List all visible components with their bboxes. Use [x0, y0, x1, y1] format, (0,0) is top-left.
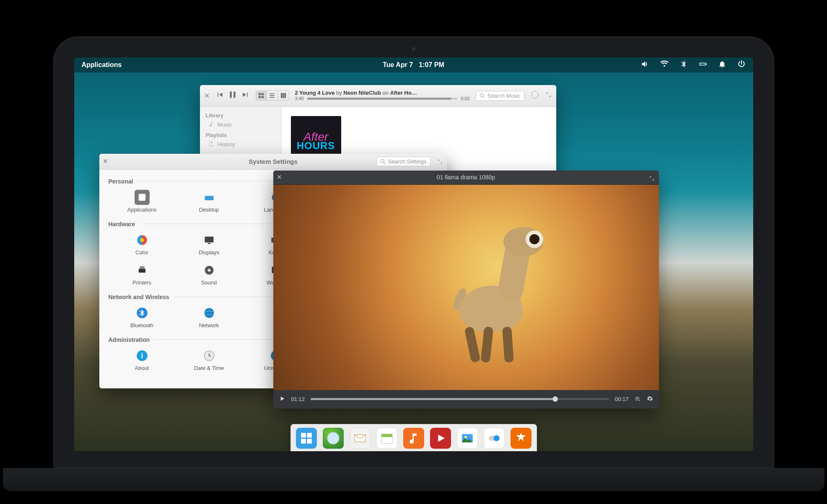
video-remaining: 00:17 — [615, 396, 629, 402]
video-controls: 01:12 00:17 — [273, 390, 659, 408]
column-view-icon[interactable] — [278, 91, 289, 100]
settings-item-color[interactable]: Color — [109, 229, 176, 259]
svg-rect-34 — [307, 433, 311, 437]
grid-view-icon[interactable] — [256, 91, 267, 100]
wifi-icon[interactable] — [660, 60, 669, 70]
svg-rect-20 — [138, 269, 145, 273]
svg-point-26 — [204, 308, 214, 318]
battery-icon[interactable] — [699, 60, 707, 70]
track-album: After Ho… — [390, 90, 417, 96]
notifications-icon[interactable] — [718, 60, 726, 70]
video-player-window: ✕ 01 llama drama 1080p 01:12 00:17 — [273, 171, 659, 408]
svg-rect-36 — [307, 439, 311, 443]
laptop-camera — [412, 47, 416, 51]
svg-rect-9 — [284, 93, 286, 98]
sidebar-item-history[interactable]: History — [200, 139, 281, 150]
svg-rect-8 — [283, 93, 284, 98]
svg-rect-35 — [301, 439, 306, 443]
settings-item-applications[interactable]: Applications — [109, 186, 176, 217]
time-remaining: 0:02 — [461, 96, 469, 101]
svg-point-43 — [493, 435, 499, 441]
dock-app-switchboard[interactable] — [484, 428, 505, 449]
now-playing-display: 2 Young 4 Love by Neon NiteClub on After… — [295, 90, 470, 102]
svg-point-10 — [531, 91, 538, 98]
maximize-icon[interactable] — [649, 176, 655, 181]
settings-item-desktop[interactable]: Desktop — [176, 186, 243, 217]
sidebar-item-music[interactable]: Music — [200, 119, 281, 130]
svg-rect-18 — [207, 243, 210, 244]
close-icon[interactable]: ✕ — [277, 174, 283, 180]
playlist-icon[interactable] — [635, 395, 641, 403]
time-elapsed: 3:45 — [295, 96, 304, 101]
dock-app-appcenter[interactable] — [511, 428, 531, 449]
svg-rect-3 — [262, 96, 264, 98]
svg-rect-13 — [205, 194, 213, 196]
svg-rect-33 — [301, 433, 306, 437]
settings-item-displays[interactable]: Displays — [176, 229, 243, 259]
settings-item-sound[interactable]: Sound — [176, 259, 243, 289]
window-title: 01 llama drama 1080p — [437, 174, 495, 181]
applications-menu[interactable]: Applications — [82, 61, 122, 69]
svg-rect-4 — [270, 93, 275, 94]
dock-app-multitask[interactable] — [296, 428, 317, 449]
dock-app-mail[interactable] — [350, 428, 371, 449]
next-button[interactable] — [241, 90, 250, 101]
close-icon[interactable]: ✕ — [204, 92, 210, 100]
svg-rect-6 — [270, 97, 275, 98]
settings-item-printers[interactable]: Printers — [109, 259, 176, 289]
dock-app-photos[interactable] — [457, 428, 478, 449]
view-mode-toggle[interactable] — [256, 90, 289, 101]
dock — [290, 424, 537, 451]
settings-item-network[interactable]: Network — [176, 302, 243, 332]
dock-app-videos[interactable] — [430, 428, 451, 449]
video-seek-bar[interactable] — [311, 398, 609, 400]
previous-button[interactable] — [215, 90, 224, 101]
top-panel: Applications Tue Apr 7 1:07 PM — [74, 57, 753, 72]
gear-icon[interactable] — [647, 395, 653, 403]
window-title: System Settings — [249, 158, 298, 165]
video-elapsed: 01:12 — [291, 396, 305, 402]
svg-point-23 — [207, 269, 210, 272]
svg-rect-11 — [138, 194, 145, 201]
panel-time[interactable]: 1:07 PM — [419, 61, 444, 69]
play-button[interactable] — [279, 395, 285, 403]
seek-bar[interactable] — [307, 98, 457, 100]
settings-item-bluetooth[interactable]: Bluetooth — [109, 302, 176, 332]
laptop-base — [3, 468, 824, 491]
panel-date[interactable]: Tue Apr 7 — [383, 61, 413, 69]
video-canvas[interactable] — [273, 185, 659, 390]
svg-point-16 — [140, 238, 144, 242]
settings-search-input[interactable]: Search Settings — [376, 157, 430, 166]
video-frame-llama — [443, 223, 547, 365]
svg-rect-17 — [205, 237, 213, 243]
sidebar-header-playlists: Playlists — [200, 130, 281, 139]
svg-rect-21 — [140, 266, 145, 269]
settings-item-datetime[interactable]: Date & Time — [176, 345, 243, 375]
svg-rect-39 — [381, 434, 392, 437]
svg-point-37 — [327, 432, 339, 444]
list-view-icon[interactable] — [267, 91, 278, 100]
svg-rect-1 — [262, 93, 264, 95]
pause-button[interactable] — [227, 89, 238, 102]
svg-rect-2 — [259, 96, 261, 98]
power-icon[interactable] — [737, 60, 746, 70]
equalizer-icon[interactable] — [530, 90, 539, 101]
maximize-icon[interactable] — [545, 91, 552, 100]
svg-rect-0 — [259, 93, 261, 95]
volume-icon[interactable] — [641, 60, 649, 70]
svg-text:i: i — [141, 352, 143, 360]
dock-app-web[interactable] — [323, 428, 344, 449]
svg-rect-5 — [270, 95, 275, 96]
svg-point-41 — [464, 436, 467, 438]
dock-app-music[interactable] — [403, 428, 424, 449]
track-title: 2 Young 4 Love — [295, 90, 335, 96]
svg-rect-7 — [280, 93, 282, 98]
track-artist: Neon NiteClub — [343, 90, 381, 96]
bluetooth-icon[interactable] — [679, 60, 688, 70]
music-search-input[interactable]: Search Music — [476, 91, 524, 101]
sidebar-header-library: Library — [200, 110, 281, 119]
close-icon[interactable]: ✕ — [103, 158, 109, 164]
maximize-icon[interactable] — [437, 159, 443, 165]
dock-app-calendar[interactable] — [376, 428, 397, 449]
settings-item-about[interactable]: iAbout — [109, 345, 176, 375]
